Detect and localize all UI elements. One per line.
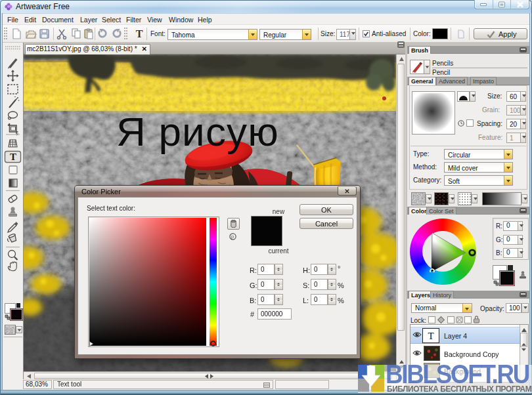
svg-text:p: p xyxy=(231,234,234,239)
svg-text:Я рисую: Я рисую xyxy=(116,109,279,154)
